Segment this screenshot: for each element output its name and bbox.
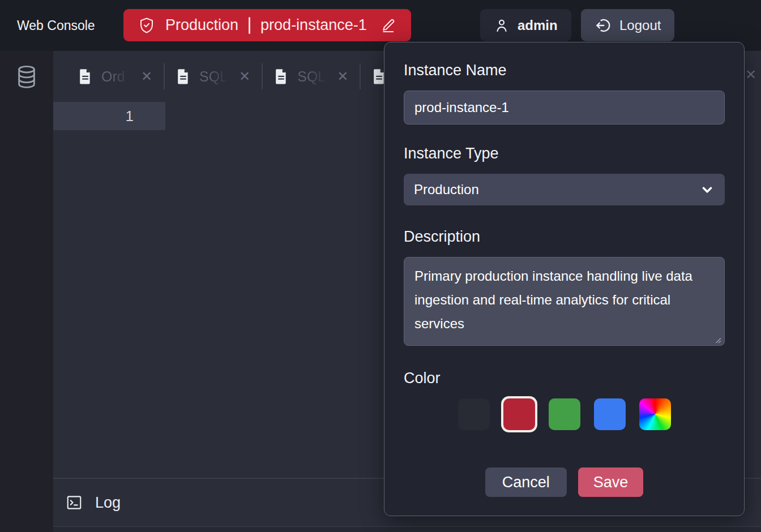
description-textarea[interactable]: Primary production instance handling liv… [404,257,725,346]
user-button[interactable]: admin [480,9,571,41]
tab-close-icon[interactable]: ✕ [141,70,152,83]
sidebar [0,51,53,532]
description-field-label: Description [404,228,725,246]
swatch-rainbow[interactable] [639,398,671,430]
tab-label: Ord [101,68,132,85]
badge-separator [249,17,250,34]
environment-label: Production [165,16,238,34]
tab-close-icon-overflow[interactable]: ✕ [745,67,756,83]
swatch-blue[interactable] [594,398,626,430]
tab-divider [164,63,165,89]
tab-close-icon[interactable]: ✕ [337,70,348,83]
swatch-default[interactable] [458,398,490,430]
shield-check-icon [138,17,155,34]
color-swatch-row [458,398,725,430]
chevron-down-icon [700,182,715,197]
environment-badge[interactable]: Production prod-instance-1 [123,9,411,41]
instance-name-field-label: Instance Name [404,62,725,79]
tab-close-icon[interactable]: ✕ [239,70,250,83]
file-icon [274,68,288,84]
tab-divider [262,63,263,89]
tab-3[interactable]: SQL ✕ [274,68,348,85]
app-title: Web Console [17,0,95,51]
tab-label: SQL [297,68,328,85]
log-label: Log [95,494,121,512]
file-icon [78,68,92,84]
instance-type-field-label: Instance Type [404,145,725,162]
instance-name-input[interactable] [404,91,725,125]
instance-type-value: Production [414,182,479,198]
file-icon [176,68,190,84]
tab-2[interactable]: SQL ✕ [176,68,250,85]
tab-label: SQL [199,68,230,85]
swatch-green[interactable] [549,398,580,430]
tab-1[interactable]: Ord ✕ [78,68,152,85]
status-strip [53,526,761,532]
logout-icon [595,17,612,34]
instance-edit-modal: Instance Name Instance Type Production D… [384,42,745,516]
tab-divider [360,63,361,89]
instance-type-select[interactable]: Production [404,174,725,205]
instance-name-label: prod-instance-1 [260,16,367,34]
resize-handle-icon[interactable] [714,336,721,344]
swatch-red[interactable] [503,398,535,430]
logout-button[interactable]: Logout [581,9,674,41]
color-field-label: Color [404,370,725,387]
username-label: admin [518,18,558,33]
terminal-icon [66,494,83,511]
cancel-button[interactable]: Cancel [485,467,567,497]
edit-pencil-icon[interactable] [380,18,396,33]
database-icon[interactable] [15,65,38,89]
user-icon [494,18,510,33]
save-button[interactable]: Save [578,467,644,497]
logout-label: Logout [619,18,661,33]
